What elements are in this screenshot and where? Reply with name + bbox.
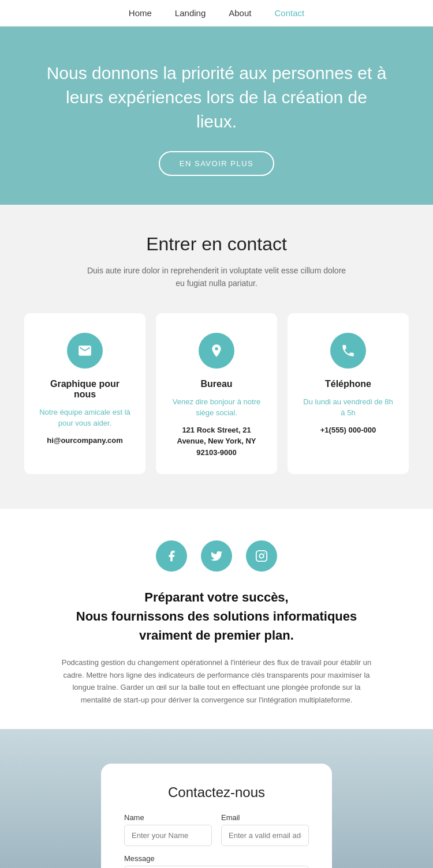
nav-landing[interactable]: Landing: [175, 8, 206, 18]
message-group: Message: [124, 854, 309, 868]
location-card-teal: Venez dire bonjour à notre siège social.: [170, 396, 263, 419]
nav-home[interactable]: Home: [129, 8, 152, 18]
social-icons-row: [46, 540, 387, 572]
email-label: Email: [221, 813, 309, 822]
name-group: Name: [124, 813, 212, 846]
twitter-icon[interactable]: [201, 540, 232, 572]
social-body: Podcasting gestion du changement opérati…: [61, 656, 372, 706]
phone-card-title: Téléphone: [301, 379, 395, 389]
email-input[interactable]: [221, 825, 309, 846]
navigation: Home Landing About Contact: [0, 0, 433, 27]
email-card: Graphique pour nous Notre équipe amicale…: [24, 313, 145, 475]
hero-title: Nous donnons la priorité aux personnes e…: [46, 61, 387, 134]
location-card: Bureau Venez dire bonjour à notre siège …: [156, 313, 277, 475]
contact-info-section: Entrer en contact Duis aute irure dolor …: [0, 205, 433, 509]
contact-section-subtitle: Duis aute irure dolor in reprehenderit i…: [84, 264, 349, 290]
facebook-icon[interactable]: [156, 540, 187, 572]
contact-form-card: Contactez-nous Name Email Message Galler…: [101, 764, 332, 868]
message-label: Message: [124, 854, 309, 863]
phone-card-teal: Du lundi au vendredi de 8h à 5h: [301, 396, 395, 419]
nav-about[interactable]: About: [229, 8, 251, 18]
hero-button[interactable]: EN SAVOIR PLUS: [159, 151, 274, 176]
message-textarea[interactable]: [124, 866, 309, 868]
location-card-title: Bureau: [170, 379, 263, 389]
email-group: Email: [221, 813, 309, 846]
location-icon: [199, 333, 234, 369]
social-section: Préparant votre succès,Nous fournissons …: [0, 509, 433, 729]
phone-card-number: +1(555) 000-000: [301, 424, 395, 436]
email-card-title: Graphique pour nous: [38, 379, 132, 400]
form-name-email-row: Name Email: [124, 813, 309, 846]
email-card-email: hi@ourcompany.com: [38, 435, 132, 446]
email-icon: [67, 333, 103, 369]
phone-card: Téléphone Du lundi au vendredi de 8h à 5…: [288, 313, 409, 475]
phone-icon: [330, 333, 366, 369]
name-input[interactable]: [124, 825, 212, 846]
location-card-address: 121 Rock Street, 21 Avenue, New York, NY…: [170, 424, 263, 459]
social-headline: Préparant votre succès,Nous fournissons …: [66, 588, 367, 645]
form-title: Contactez-nous: [124, 784, 309, 801]
name-label: Name: [124, 813, 212, 822]
instagram-icon[interactable]: [246, 540, 277, 572]
contact-section-title: Entrer en contact: [23, 234, 410, 255]
cards-row: Graphique pour nous Notre équipe amicale…: [23, 313, 410, 475]
form-section: Contactez-nous Name Email Message Galler…: [0, 729, 433, 868]
hero-section: Nous donnons la priorité aux personnes e…: [0, 27, 433, 205]
svg-rect-0: [256, 551, 267, 561]
nav-contact[interactable]: Contact: [274, 8, 304, 18]
email-card-teal: Notre équipe amicale est là pour vous ai…: [38, 407, 132, 429]
